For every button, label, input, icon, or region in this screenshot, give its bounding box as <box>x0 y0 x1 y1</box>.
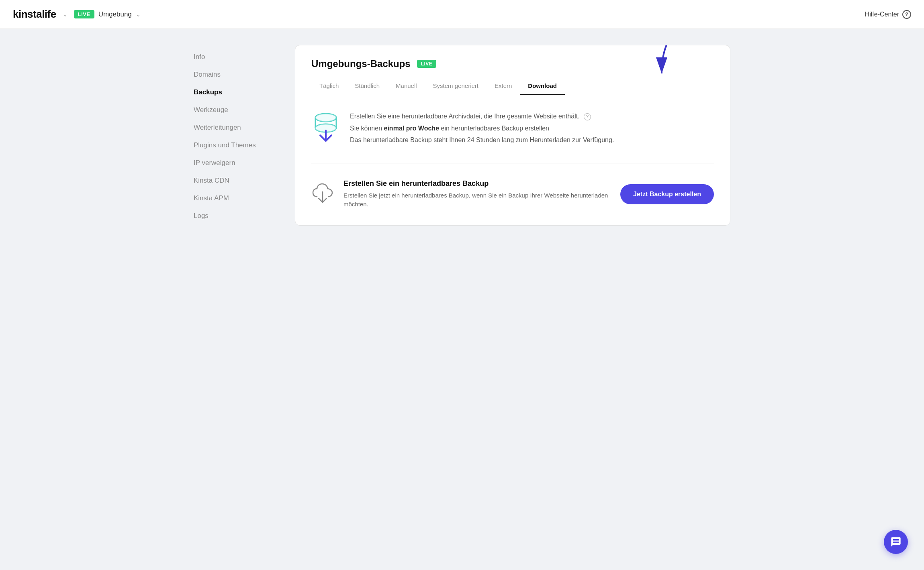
info-line2: Sie können einmal pro Woche ein herunter… <box>350 123 714 134</box>
page-layout: Info Domains Backups Werkzeuge Weiterlei… <box>181 29 743 242</box>
chat-button[interactable] <box>884 530 908 554</box>
sidebar-item-werkzeuge[interactable]: Werkzeuge <box>194 101 282 119</box>
info-text: Erstellen Sie eine herunterladbare Archi… <box>350 111 714 147</box>
sidebar-item-weiterleitungen[interactable]: Weiterleitungen <box>194 119 282 136</box>
header: kinstalife ⌄ LIVE Umgebung ⌄ Hilfe-Cente… <box>0 0 924 29</box>
header-left: kinstalife ⌄ LIVE Umgebung ⌄ <box>13 8 141 20</box>
main-content: Umgebungs-Backups LIVE Täglich Stündlich… <box>295 45 730 226</box>
tabs: Täglich Stündlich Manuell System generie… <box>295 69 730 95</box>
info-question-icon[interactable]: ? <box>584 113 591 120</box>
sidebar: Info Domains Backups Werkzeuge Weiterlei… <box>194 45 282 226</box>
env-selector[interactable]: LIVE Umgebung ⌄ <box>74 10 141 18</box>
sidebar-item-backups[interactable]: Backups <box>194 83 282 101</box>
help-icon: ? <box>902 10 911 19</box>
info-line1: Erstellen Sie eine herunterladbare Archi… <box>350 111 714 122</box>
cloud-download-icon <box>311 182 334 206</box>
svg-point-2 <box>315 114 336 122</box>
sidebar-item-kinsta-cdn[interactable]: Kinsta CDN <box>194 172 282 189</box>
sidebar-item-ip-verweigern[interactable]: IP verweigern <box>194 154 282 172</box>
env-chevron-icon: ⌄ <box>136 11 141 18</box>
sidebar-item-plugins-themes[interactable]: Plugins und Themes <box>194 136 282 154</box>
content-header: Umgebungs-Backups LIVE <box>295 45 730 69</box>
tab-taeglich[interactable]: Täglich <box>311 77 347 95</box>
chat-icon <box>890 536 902 548</box>
tab-extern[interactable]: Extern <box>487 77 520 95</box>
env-name: Umgebung <box>98 10 132 18</box>
action-description: Erstellen Sie jetzt ein herunterladbares… <box>343 191 611 209</box>
sidebar-item-info[interactable]: Info <box>194 48 282 66</box>
action-text: Erstellen Sie ein herunterladbares Backu… <box>343 179 611 209</box>
tabs-wrapper: Täglich Stündlich Manuell System generie… <box>295 69 730 95</box>
info-line3: Das herunterladbare Backup steht Ihnen 2… <box>350 135 714 145</box>
info-section: Erstellen Sie eine herunterladbare Archi… <box>311 111 714 163</box>
action-section: Erstellen Sie ein herunterladbares Backu… <box>311 179 714 209</box>
action-heading: Erstellen Sie ein herunterladbares Backu… <box>343 179 611 188</box>
help-center-link[interactable]: Hilfe-Center ? <box>865 10 911 19</box>
sidebar-item-domains[interactable]: Domains <box>194 66 282 83</box>
tab-stuendlich[interactable]: Stündlich <box>347 77 388 95</box>
content-live-badge: LIVE <box>417 60 437 68</box>
database-download-icon <box>311 111 340 145</box>
sidebar-item-kinsta-apm[interactable]: Kinsta APM <box>194 189 282 207</box>
header-live-badge: LIVE <box>74 10 94 18</box>
logo-chevron-icon[interactable]: ⌄ <box>63 11 67 18</box>
tab-manuell[interactable]: Manuell <box>388 77 425 95</box>
page-title: Umgebungs-Backups <box>311 58 411 69</box>
sidebar-item-logs[interactable]: Logs <box>194 207 282 225</box>
tab-system-generiert[interactable]: System generiert <box>425 77 487 95</box>
logo: kinstalife <box>13 8 56 20</box>
create-backup-button[interactable]: Jetzt Backup erstellen <box>620 184 714 204</box>
help-center-label: Hilfe-Center <box>865 11 899 18</box>
tab-content-download: Erstellen Sie eine herunterladbare Archi… <box>295 95 730 225</box>
tab-download[interactable]: Download <box>520 77 565 95</box>
